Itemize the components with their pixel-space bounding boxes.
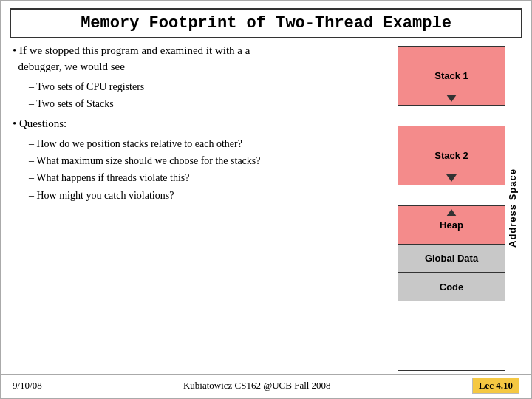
memory-column: Stack 1 Stack 2 Heap Global Data bbox=[398, 46, 505, 371]
slide-title: Memory Footprint of Two-Thread Example bbox=[20, 14, 512, 33]
address-space-label: Address Space bbox=[505, 46, 519, 371]
bullet-sub-3: – How do we position stacks relative to … bbox=[29, 137, 389, 151]
stack1-arrow-down bbox=[446, 95, 457, 102]
bullet-sub-2: – Two sets of Stacks bbox=[29, 97, 389, 112]
bullet-main-1-text: • If we stopped this program and examine… bbox=[13, 44, 250, 72]
bullet-main-2: • Questions: bbox=[13, 116, 389, 132]
gap2-block bbox=[398, 185, 505, 206]
slide-header: Memory Footprint of Two-Thread Example bbox=[10, 8, 522, 38]
text-content: • If we stopped this program and examine… bbox=[13, 43, 398, 374]
footer-course: Kubiatowicz CS162 @UCB Fall 2008 bbox=[183, 380, 331, 392]
code-block: Code bbox=[398, 273, 505, 301]
heap-arrow-up bbox=[446, 209, 457, 216]
slide-body: • If we stopped this program and examine… bbox=[1, 43, 531, 374]
bullet-sub-1: – Two sets of CPU registers bbox=[29, 80, 389, 95]
bullet-main-1: • If we stopped this program and examine… bbox=[13, 43, 389, 75]
footer-date: 9/10/08 bbox=[13, 380, 42, 392]
heap-block: Heap bbox=[398, 206, 505, 245]
slide-footer: 9/10/08 Kubiatowicz CS162 @UCB Fall 2008… bbox=[1, 374, 531, 398]
global-block: Global Data bbox=[398, 245, 505, 273]
stack2-arrow-down bbox=[446, 174, 457, 182]
right-panel: Stack 1 Stack 2 Heap Global Data bbox=[398, 43, 519, 374]
footer-lec: Lec 4.10 bbox=[472, 378, 519, 394]
stack2-block: Stack 2 bbox=[398, 126, 505, 185]
stack1-block: Stack 1 bbox=[398, 47, 505, 106]
bullet-sub-6: – How might you catch violations? bbox=[29, 188, 389, 203]
gap1-block bbox=[398, 106, 505, 126]
bullet-sub-4: – What maximum size should we choose for… bbox=[29, 154, 389, 168]
bullet-sub-5: – What happens if threads violate this? bbox=[29, 171, 389, 185]
slide-container: Memory Footprint of Two-Thread Example •… bbox=[0, 0, 532, 399]
